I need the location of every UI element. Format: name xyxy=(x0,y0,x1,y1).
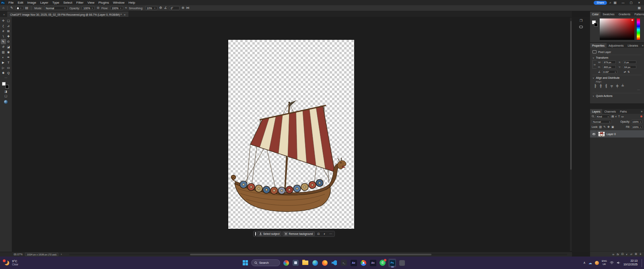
delete-layer-icon[interactable]: ⏚ xyxy=(640,253,642,256)
document-info[interactable]: 1024 px x 1536 px (72 ppi) xyxy=(25,253,58,256)
zoom-level[interactable]: 66.67% xyxy=(14,253,23,256)
dodge-tool[interactable]: ◐ xyxy=(1,55,6,60)
drag-handle[interactable] xyxy=(255,232,256,236)
color-marker[interactable] xyxy=(632,19,633,21)
chevron-down-icon[interactable]: ∨ xyxy=(592,56,594,59)
x-position-field[interactable]: 0 px xyxy=(623,60,636,64)
tab-paths[interactable]: Paths xyxy=(618,109,629,114)
object-selection-tool[interactable]: ⊿ xyxy=(6,23,11,29)
maximize-button[interactable]: ▢ xyxy=(627,0,635,5)
filter-pixel-layers-icon[interactable]: ▤ xyxy=(611,115,614,118)
tab-libraries[interactable]: Libraries xyxy=(625,43,640,48)
layer-thumbnail[interactable] xyxy=(598,131,605,137)
transform-section-title[interactable]: Transform xyxy=(596,56,608,59)
align-section-title[interactable]: Align and Distribute xyxy=(596,76,619,79)
filter-shape-layers-icon[interactable]: ▭ xyxy=(621,115,624,118)
wifi-icon[interactable] xyxy=(610,261,614,265)
menu-plugins[interactable]: Plugins xyxy=(97,0,111,5)
menu-select[interactable]: Select xyxy=(61,0,74,5)
onedrive-icon[interactable]: ☁ xyxy=(588,261,592,265)
panel-menu-icon[interactable]: ≡ xyxy=(639,109,644,114)
layer-fill-field[interactable]: 100%∨ xyxy=(631,125,642,129)
align-bottom-icon[interactable]: ╧ xyxy=(621,84,624,88)
brush-angle-field[interactable]: 0° xyxy=(169,6,180,10)
tab-patterns[interactable]: Patterns xyxy=(632,12,644,16)
tab-gradients[interactable]: Gradients xyxy=(617,12,632,16)
smoothing-options-gear-icon[interactable]: ⚙ xyxy=(159,6,162,10)
hand-tool[interactable]: ✱ xyxy=(1,70,6,76)
minimize-button[interactable]: — xyxy=(619,0,627,5)
after-effects-app[interactable]: Ae xyxy=(350,259,357,267)
chrome-app[interactable] xyxy=(359,259,367,267)
align-left-icon[interactable]: ╟ xyxy=(594,84,597,88)
adjustment-icon[interactable]: ◐ xyxy=(322,232,327,236)
sphere-icon[interactable] xyxy=(4,100,8,104)
pressure-opacity-icon[interactable]: ⊙ xyxy=(97,6,99,10)
menu-layer[interactable]: Layer xyxy=(38,0,50,5)
align-more-icon[interactable]: ⋯ xyxy=(592,88,642,92)
new-layer-icon[interactable]: ⊞ xyxy=(635,253,637,256)
tab-swatches[interactable]: Swatches xyxy=(601,12,616,16)
hue-slider[interactable] xyxy=(637,18,640,40)
new-group-icon[interactable]: ▱ xyxy=(630,253,632,256)
history-panel-icon[interactable]: ❐ xyxy=(580,19,582,23)
pinned-app[interactable] xyxy=(398,259,406,267)
crop-icon[interactable]: ⊡ xyxy=(316,232,321,236)
direct-selection-tool[interactable]: ▷ xyxy=(1,65,6,70)
background-color-swatch[interactable] xyxy=(5,85,9,88)
photoshop-app[interactable]: Ps xyxy=(388,259,396,267)
layer-name[interactable]: Layer 0 xyxy=(607,133,616,136)
select-subject-button[interactable]: Select subject xyxy=(257,232,281,236)
path-selection-tool[interactable]: ▶ xyxy=(1,60,6,65)
panel-menu-icon[interactable]: ≡ xyxy=(640,43,644,48)
tray-chevron-icon[interactable]: ∧ xyxy=(583,261,586,265)
tab-close-icon[interactable]: ✕ xyxy=(124,13,126,16)
link-dimensions-icon[interactable]: ∞ xyxy=(592,60,597,69)
lasso-tool[interactable]: ζ xyxy=(1,23,6,29)
history-brush-tool[interactable]: ↺ xyxy=(1,44,6,49)
share-button[interactable]: Share xyxy=(594,1,607,5)
rotation-angle-field[interactable]: 0.00°∨ xyxy=(602,70,617,74)
language-indicator[interactable]: ENG UK xyxy=(602,260,607,265)
menu-view[interactable]: View xyxy=(85,0,96,5)
tab-properties[interactable]: Properties xyxy=(590,43,607,48)
vscode-app[interactable] xyxy=(330,259,338,267)
layer-visibility-toggle[interactable] xyxy=(591,130,597,138)
remove-background-button[interactable]: Remove background xyxy=(283,232,315,236)
lock-all-icon[interactable]: ▣ xyxy=(611,125,614,129)
tab-adjustments[interactable]: Adjustments xyxy=(607,43,625,48)
show-desktop-button[interactable] xyxy=(642,259,642,267)
pressure-size-icon[interactable]: ⊚ xyxy=(182,6,184,10)
copilot-app[interactable] xyxy=(282,259,290,267)
firefox-app[interactable] xyxy=(321,259,328,267)
crop-tool[interactable]: # xyxy=(1,29,6,34)
add-layer-mask-icon[interactable]: ⊡ xyxy=(621,253,624,256)
eraser-tool[interactable]: ◪ xyxy=(6,44,11,49)
brush-tool[interactable]: ✎ xyxy=(1,39,6,44)
height-field[interactable]: 865 px xyxy=(603,65,616,69)
symmetry-icon[interactable]: ⋈ xyxy=(186,6,190,10)
layer-opacity-field[interactable]: 100%∨ xyxy=(631,120,642,123)
animate-app[interactable]: An xyxy=(369,259,377,267)
clone-stamp-tool[interactable]: ⊙ xyxy=(6,39,11,44)
lock-image-pixels-icon[interactable]: ✎ xyxy=(603,125,606,129)
tab-layers[interactable]: Layers xyxy=(590,109,602,114)
tray-app-icon[interactable] xyxy=(595,261,599,265)
horizontal-scrollbar-thumb[interactable] xyxy=(190,254,431,255)
brush-tool-icon[interactable]: ✎ xyxy=(10,6,13,10)
align-right-icon[interactable]: ╢ xyxy=(605,84,607,88)
home-icon[interactable]: ⌂ xyxy=(2,6,4,10)
frame-tool[interactable]: ⊠ xyxy=(6,29,11,34)
align-center-vertical-icon[interactable]: ╪ xyxy=(616,84,619,88)
brush-settings-panel-icon[interactable]: ▤ xyxy=(25,6,29,10)
edit-toolbar-icon[interactable]: ⋯ xyxy=(4,76,7,80)
menu-image[interactable]: Image xyxy=(25,0,38,5)
edge-app[interactable] xyxy=(311,259,319,267)
weather-widget[interactable]: 9°C Clear xyxy=(3,257,19,269)
file-explorer-app[interactable] xyxy=(301,259,309,267)
marquee-tool[interactable]: ▢ xyxy=(6,18,11,23)
width-field[interactable]: 979 px xyxy=(603,60,616,64)
pen-tool[interactable]: ✒ xyxy=(6,55,11,60)
document-canvas[interactable] xyxy=(228,40,354,229)
blur-tool[interactable]: ◉ xyxy=(6,49,11,55)
